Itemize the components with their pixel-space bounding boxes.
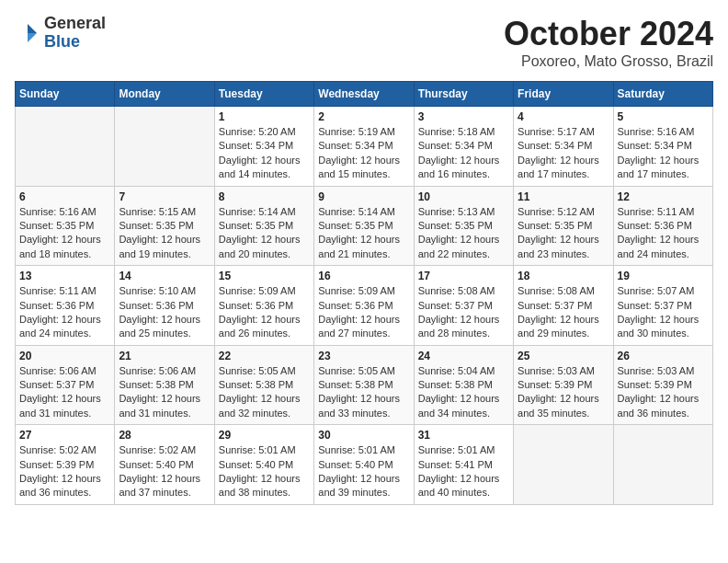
calendar-cell: 25Sunrise: 5:03 AMSunset: 5:39 PMDayligh… (514, 345, 613, 425)
day-info: Sunrise: 5:09 AMSunset: 5:36 PMDaylight:… (219, 284, 310, 341)
logo-blue: Blue (44, 32, 80, 51)
day-info: Sunrise: 5:03 AMSunset: 5:39 PMDaylight:… (618, 364, 709, 421)
calendar-cell: 23Sunrise: 5:05 AMSunset: 5:38 PMDayligh… (314, 345, 414, 425)
title-area: October 2024 Poxoreo, Mato Grosso, Brazi… (504, 15, 713, 70)
day-number: 12 (618, 190, 709, 203)
day-info: Sunrise: 5:01 AMSunset: 5:41 PMDaylight:… (418, 443, 509, 500)
day-info: Sunrise: 5:05 AMSunset: 5:38 PMDaylight:… (219, 364, 310, 421)
day-info: Sunrise: 5:09 AMSunset: 5:36 PMDaylight:… (318, 284, 409, 341)
column-header-monday: Monday (115, 82, 214, 107)
calendar-cell (514, 425, 613, 505)
day-info: Sunrise: 5:07 AMSunset: 5:37 PMDaylight:… (618, 284, 709, 341)
calendar-cell: 8Sunrise: 5:14 AMSunset: 5:35 PMDaylight… (214, 186, 313, 266)
day-info: Sunrise: 5:05 AMSunset: 5:38 PMDaylight:… (318, 364, 409, 421)
logo-general: General (44, 14, 106, 32)
day-number: 14 (119, 270, 210, 282)
calendar-cell: 15Sunrise: 5:09 AMSunset: 5:36 PMDayligh… (214, 266, 313, 346)
column-header-saturday: Saturday (613, 82, 712, 107)
location-title: Poxoreo, Mato Grosso, Brazil (504, 53, 713, 70)
day-number: 10 (418, 190, 509, 203)
logo-text: General Blue (44, 15, 106, 52)
day-number: 21 (119, 350, 210, 362)
day-number: 28 (119, 429, 210, 442)
calendar-cell: 4Sunrise: 5:17 AMSunset: 5:34 PMDaylight… (514, 107, 613, 187)
day-number: 5 (618, 110, 709, 123)
day-info: Sunrise: 5:11 AMSunset: 5:36 PMDaylight:… (618, 205, 709, 262)
day-info: Sunrise: 5:06 AMSunset: 5:37 PMDaylight:… (19, 364, 110, 421)
column-header-sunday: Sunday (16, 82, 115, 107)
day-info: Sunrise: 5:08 AMSunset: 5:37 PMDaylight:… (518, 284, 609, 341)
logo-icon (15, 20, 40, 46)
day-number: 15 (219, 270, 310, 282)
calendar-header-row: SundayMondayTuesdayWednesdayThursdayFrid… (16, 82, 713, 107)
day-number: 13 (19, 270, 110, 282)
column-header-tuesday: Tuesday (214, 82, 313, 107)
column-header-wednesday: Wednesday (314, 82, 414, 107)
calendar-cell: 20Sunrise: 5:06 AMSunset: 5:37 PMDayligh… (16, 345, 115, 425)
day-number: 3 (418, 110, 509, 123)
day-number: 25 (518, 350, 609, 362)
day-number: 24 (418, 350, 509, 362)
calendar-cell (115, 107, 214, 187)
calendar-week-2: 6Sunrise: 5:16 AMSunset: 5:35 PMDaylight… (16, 186, 713, 266)
day-number: 29 (219, 429, 310, 442)
day-info: Sunrise: 5:08 AMSunset: 5:37 PMDaylight:… (418, 284, 509, 341)
svg-marker-0 (28, 24, 37, 33)
calendar-cell: 22Sunrise: 5:05 AMSunset: 5:38 PMDayligh… (214, 345, 313, 425)
day-info: Sunrise: 5:14 AMSunset: 5:35 PMDaylight:… (219, 205, 310, 262)
calendar-cell: 27Sunrise: 5:02 AMSunset: 5:39 PMDayligh… (16, 425, 115, 505)
day-number: 23 (318, 350, 409, 362)
calendar-table: SundayMondayTuesdayWednesdayThursdayFrid… (15, 81, 713, 505)
day-number: 30 (318, 429, 409, 442)
day-info: Sunrise: 5:16 AMSunset: 5:34 PMDaylight:… (618, 125, 709, 182)
day-info: Sunrise: 5:03 AMSunset: 5:39 PMDaylight:… (518, 364, 609, 421)
day-info: Sunrise: 5:20 AMSunset: 5:34 PMDaylight:… (219, 125, 310, 182)
calendar-cell: 6Sunrise: 5:16 AMSunset: 5:35 PMDaylight… (16, 186, 115, 266)
calendar-cell: 19Sunrise: 5:07 AMSunset: 5:37 PMDayligh… (613, 266, 712, 346)
day-info: Sunrise: 5:04 AMSunset: 5:38 PMDaylight:… (418, 364, 509, 421)
calendar-cell: 2Sunrise: 5:19 AMSunset: 5:34 PMDaylight… (314, 107, 414, 187)
day-info: Sunrise: 5:16 AMSunset: 5:35 PMDaylight:… (19, 205, 110, 262)
day-info: Sunrise: 5:12 AMSunset: 5:35 PMDaylight:… (518, 205, 609, 262)
calendar-cell: 17Sunrise: 5:08 AMSunset: 5:37 PMDayligh… (414, 266, 513, 346)
svg-marker-1 (28, 33, 37, 42)
month-title: October 2024 (504, 15, 713, 53)
calendar-cell (16, 107, 115, 187)
calendar-cell: 30Sunrise: 5:01 AMSunset: 5:40 PMDayligh… (314, 425, 414, 505)
calendar-week-5: 27Sunrise: 5:02 AMSunset: 5:39 PMDayligh… (16, 425, 713, 505)
day-number: 17 (418, 270, 509, 282)
day-number: 18 (518, 270, 609, 282)
day-info: Sunrise: 5:10 AMSunset: 5:36 PMDaylight:… (119, 284, 210, 341)
calendar-cell: 14Sunrise: 5:10 AMSunset: 5:36 PMDayligh… (115, 266, 214, 346)
day-info: Sunrise: 5:01 AMSunset: 5:40 PMDaylight:… (219, 443, 310, 500)
day-info: Sunrise: 5:06 AMSunset: 5:38 PMDaylight:… (119, 364, 210, 421)
calendar-cell: 1Sunrise: 5:20 AMSunset: 5:34 PMDaylight… (214, 107, 313, 187)
day-info: Sunrise: 5:01 AMSunset: 5:40 PMDaylight:… (318, 443, 409, 500)
calendar-cell: 12Sunrise: 5:11 AMSunset: 5:36 PMDayligh… (613, 186, 712, 266)
day-number: 31 (418, 429, 509, 442)
day-number: 16 (318, 270, 409, 282)
day-info: Sunrise: 5:02 AMSunset: 5:39 PMDaylight:… (19, 443, 110, 500)
calendar-cell: 18Sunrise: 5:08 AMSunset: 5:37 PMDayligh… (514, 266, 613, 346)
day-info: Sunrise: 5:11 AMSunset: 5:36 PMDaylight:… (19, 284, 110, 341)
day-number: 7 (119, 190, 210, 203)
column-header-thursday: Thursday (414, 82, 513, 107)
day-number: 11 (518, 190, 609, 203)
calendar-cell: 24Sunrise: 5:04 AMSunset: 5:38 PMDayligh… (414, 345, 513, 425)
day-number: 1 (219, 110, 310, 123)
day-number: 20 (19, 350, 110, 362)
day-info: Sunrise: 5:02 AMSunset: 5:40 PMDaylight:… (119, 443, 210, 500)
day-number: 9 (318, 190, 409, 203)
day-number: 19 (618, 270, 709, 282)
calendar-cell: 9Sunrise: 5:14 AMSunset: 5:35 PMDaylight… (314, 186, 414, 266)
day-info: Sunrise: 5:15 AMSunset: 5:35 PMDaylight:… (119, 205, 210, 262)
page-header: General Blue October 2024 Poxoreo, Mato … (15, 15, 713, 70)
day-number: 8 (219, 190, 310, 203)
day-number: 22 (219, 350, 310, 362)
calendar-cell: 10Sunrise: 5:13 AMSunset: 5:35 PMDayligh… (414, 186, 513, 266)
day-number: 2 (318, 110, 409, 123)
day-number: 27 (19, 429, 110, 442)
day-info: Sunrise: 5:18 AMSunset: 5:34 PMDaylight:… (418, 125, 509, 182)
calendar-cell: 11Sunrise: 5:12 AMSunset: 5:35 PMDayligh… (514, 186, 613, 266)
calendar-week-4: 20Sunrise: 5:06 AMSunset: 5:37 PMDayligh… (16, 345, 713, 425)
